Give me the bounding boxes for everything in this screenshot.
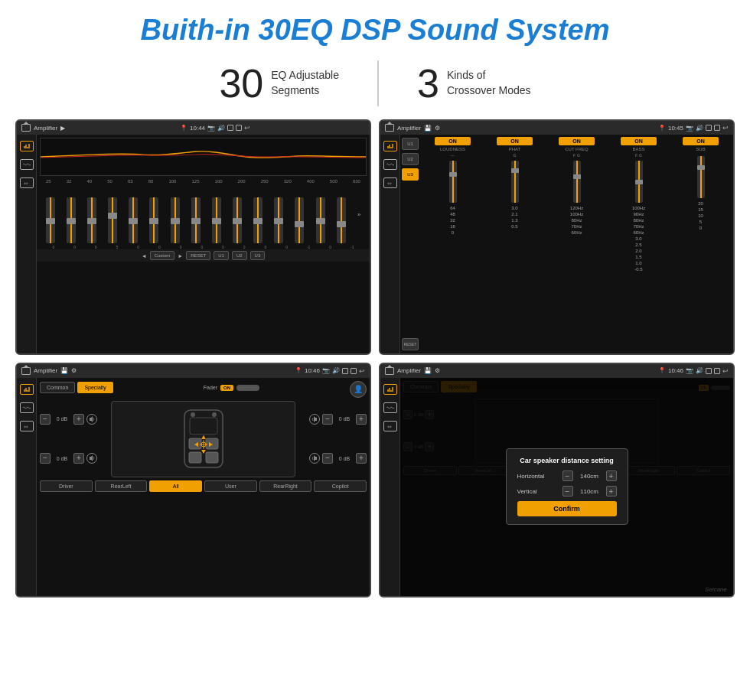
phat-on-btn[interactable]: ON [497, 137, 533, 145]
screen-eq: Amplifier ▶ 📍 10:44 📷 🔊 ↩ [15, 119, 371, 355]
spk-left-bot-plus[interactable]: + [73, 453, 84, 464]
sub-on-btn[interactable]: ON [683, 137, 719, 145]
sidebar-wave-icon-2[interactable] [383, 159, 397, 170]
back-arrow-1[interactable]: ↩ [244, 124, 250, 132]
sidebar-wave-icon[interactable] [20, 159, 34, 170]
status-bar-3: Amplifier 💾 ⚙ 📍 10:46 📷 🔊 ↩ [17, 364, 370, 378]
sidebar-eq-icon-3[interactable] [20, 384, 34, 395]
horizontal-minus[interactable]: − [562, 470, 573, 481]
eq-slider-2[interactable] [67, 197, 76, 243]
eq-slider-6[interactable] [149, 197, 158, 243]
all-btn[interactable]: All [149, 480, 202, 492]
eq-slider-9[interactable] [212, 197, 221, 243]
phat-slider[interactable] [511, 161, 519, 203]
loudness-val-0: 0 [452, 230, 454, 235]
next-btn[interactable]: ► [178, 253, 183, 259]
crossover-channels: ON LOUDNESS — 64 48 32 16 0 [420, 135, 733, 353]
eq-slider-10[interactable] [233, 197, 242, 243]
vertical-label: Vertical [517, 488, 552, 495]
eq-slider-13[interactable] [295, 197, 304, 243]
rearleft-btn[interactable]: RearLeft [95, 480, 148, 492]
horizontal-plus[interactable]: + [606, 470, 617, 481]
spk-left-top-minus[interactable]: − [40, 414, 51, 425]
sidebar-arrows-icon-3[interactable]: ⇔ [20, 421, 34, 431]
eq-slider-1[interactable] [46, 197, 55, 243]
sidebar-wave-icon-4[interactable] [383, 402, 397, 413]
confirm-button[interactable]: Confirm [517, 501, 617, 516]
spk-left-bot-minus[interactable]: − [40, 453, 51, 464]
bass-slider[interactable] [635, 161, 643, 203]
ch-u3-btn[interactable]: U3 [402, 168, 419, 181]
more-icon[interactable]: » [357, 211, 360, 218]
cutfreq-slider[interactable] [573, 161, 581, 203]
settings-icon-3[interactable]: ⚙ [71, 367, 77, 374]
custom-btn[interactable]: Custom [150, 251, 175, 260]
common-tab-3[interactable]: Common [40, 382, 75, 393]
home-icon-2[interactable] [385, 124, 394, 132]
eq-slider-7[interactable] [171, 197, 180, 243]
bass-on-btn[interactable]: ON [621, 137, 657, 145]
eq-slider-15[interactable] [337, 197, 346, 243]
sidebar-3: ⇔ [17, 378, 37, 597]
settings-icon-2[interactable]: ⚙ [435, 125, 440, 132]
sidebar-arrows-icon-2[interactable]: ⇔ [383, 177, 397, 188]
camera-icon-1: 📷 [207, 125, 215, 132]
loudness-on-btn[interactable]: ON [435, 137, 471, 145]
sub-slider[interactable] [697, 156, 705, 198]
u3-btn[interactable]: U3 [250, 251, 266, 260]
u2-btn[interactable]: U2 [232, 251, 247, 260]
play-controls-1[interactable]: ▶ [60, 125, 65, 132]
spk-right-bot-plus[interactable]: + [356, 453, 367, 464]
reset-btn-1[interactable]: RESET [186, 251, 210, 260]
eq-bottom-bar: ◄ Custom ► RESET U1 U2 U3 [37, 249, 370, 262]
vertical-minus[interactable]: − [562, 486, 573, 497]
spk-left-top-plus[interactable]: + [73, 414, 84, 425]
back-arrow-4[interactable]: ↩ [722, 367, 729, 375]
screen-speaker-dialog: Amplifier 💾 ⚙ 📍 10:46 📷 🔊 ↩ [379, 363, 735, 598]
specialty-tab-3[interactable]: Specialty [77, 382, 112, 393]
spk-right-top-minus[interactable]: − [322, 414, 333, 425]
eq-slider-3[interactable] [87, 197, 96, 243]
spk-right-bot-minus[interactable]: − [322, 453, 333, 464]
user-icon-3[interactable]: 👤 [350, 381, 367, 398]
square-icon-1 [227, 125, 233, 131]
spk-right-top-plus[interactable]: + [356, 414, 367, 425]
spk-left-bot-icon [86, 453, 97, 464]
fader-slider[interactable] [236, 385, 259, 391]
eq-slider-14[interactable] [316, 197, 325, 243]
vertical-plus[interactable]: + [606, 486, 617, 497]
ch-reset-btn[interactable]: RESET [402, 338, 419, 350]
eq-slider-12[interactable] [274, 197, 283, 243]
eq-slider-11[interactable] [253, 197, 262, 243]
settings-icon-4[interactable]: ⚙ [435, 367, 440, 374]
fader-on-btn[interactable]: ON [220, 385, 233, 391]
rearright-btn[interactable]: RearRight [259, 480, 312, 492]
loudness-slider[interactable] [449, 161, 457, 203]
sidebar-eq-icon-2[interactable] [383, 141, 397, 151]
stat-eq-label: EQ AdjustableSegments [271, 68, 339, 98]
sidebar-eq-icon-4[interactable] [383, 384, 397, 395]
u1-btn[interactable]: U1 [214, 251, 229, 260]
sidebar-wave-icon-3[interactable] [20, 402, 34, 413]
driver-btn[interactable]: Driver [40, 480, 93, 492]
eq-display [40, 138, 367, 176]
stats-row: 30 EQ AdjustableSegments 3 Kinds ofCross… [0, 54, 750, 116]
back-arrow-3[interactable]: ↩ [359, 367, 365, 375]
ch-u2-btn[interactable]: U2 [402, 153, 419, 165]
phat-col: ON PHAT G 3.0 2.1 1.3 0.5 [484, 137, 545, 351]
sidebar-arrows-icon-4[interactable]: ⇔ [383, 421, 397, 431]
ch-u1-btn[interactable]: U1 [402, 138, 419, 150]
cutfreq-on-btn[interactable]: ON [559, 137, 595, 145]
sidebar-arrows-icon[interactable]: ⇔ [20, 177, 34, 188]
home-icon-4[interactable] [385, 367, 394, 375]
home-icon-3[interactable] [21, 367, 31, 375]
user-btn[interactable]: User [204, 480, 257, 492]
prev-btn[interactable]: ◄ [142, 253, 147, 259]
eq-slider-8[interactable] [191, 197, 201, 243]
eq-slider-4[interactable] [108, 197, 117, 243]
home-icon-1[interactable] [21, 124, 31, 132]
copilot-btn[interactable]: Copilot [314, 480, 367, 492]
eq-slider-5[interactable] [129, 197, 138, 243]
sidebar-eq-icon[interactable] [20, 141, 34, 151]
back-arrow-2[interactable]: ↩ [722, 124, 729, 132]
